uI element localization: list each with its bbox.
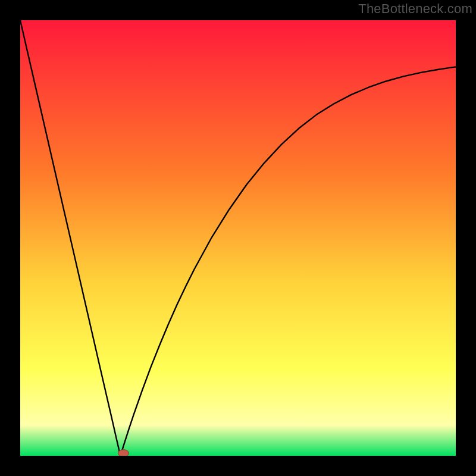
optimum-marker xyxy=(118,450,129,456)
watermark-text: TheBottleneck.com xyxy=(358,1,472,17)
chart-outer-frame: TheBottleneck.com xyxy=(0,0,476,476)
plot-frame xyxy=(20,20,456,456)
plot-area xyxy=(20,20,456,456)
gradient-background xyxy=(20,20,456,456)
bottleneck-chart-svg xyxy=(20,20,456,456)
